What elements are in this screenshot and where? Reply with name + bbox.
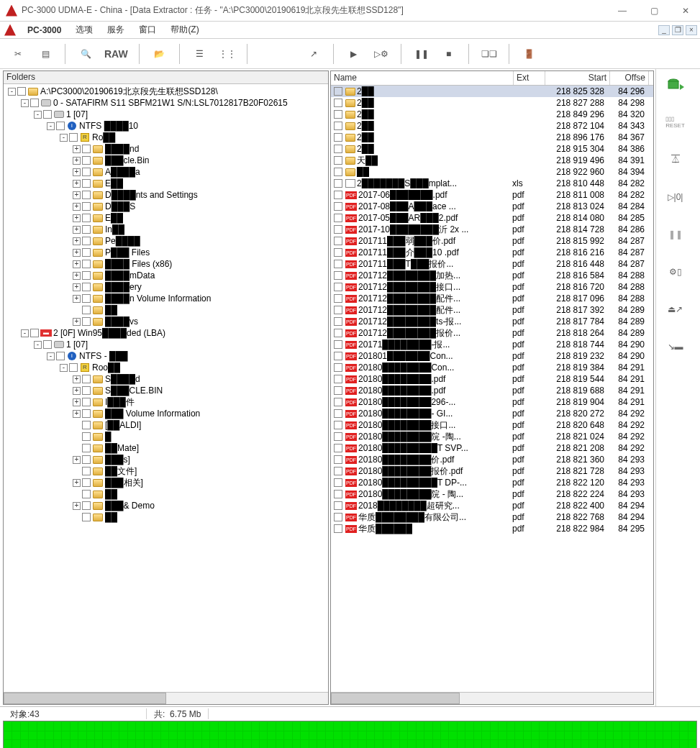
tree-checkbox[interactable] [82,306,91,314]
reset-icon[interactable]: ▯▯▯RESET [664,112,687,132]
exit-icon[interactable]: 🚪 [517,42,542,66]
file-checkbox[interactable] [334,283,342,291]
tree-checkbox[interactable] [17,87,26,96]
tree-row[interactable]: -1 [07] [5,339,327,350]
file-row[interactable]: PDF2017-05███AR███2.pdfpdf218 814 08084 … [331,212,653,224]
file-row[interactable]: PDF20180████████.pdfpdf218 819 68884 291 [331,385,653,396]
seek-icon[interactable]: ▷|0| [664,187,687,207]
tree-row[interactable]: █ [5,431,327,442]
file-row[interactable]: PDF201712████████ts-报...pdf218 817 78484… [331,316,653,327]
expand-toggle[interactable]: - [47,352,55,360]
file-row[interactable]: PDF201711███T███报价...pdf218 816 44884 28… [331,258,653,270]
tree-row[interactable]: -iNTFS ████10 [5,120,327,132]
tree-row[interactable]: +A████a [5,166,327,178]
file-checkbox[interactable] [334,156,342,165]
tree-row[interactable]: +In██ [5,224,327,235]
tree-checkbox[interactable] [82,455,91,464]
expand-toggle[interactable]: - [34,111,42,119]
tree-row[interactable]: +S███CLE.BIN [5,385,327,396]
tree-checkbox[interactable] [82,179,91,188]
tree-checkbox[interactable] [82,432,91,441]
file-row[interactable]: 2██218 872 10484 343 [331,120,653,132]
file-row[interactable]: PDF2018████████超研究...pdf218 822 40084 29… [331,500,653,511]
tree-row[interactable]: +S████d [5,373,327,385]
file-row[interactable]: PDF2017-10████████沂 2x ...pdf218 814 728… [331,224,653,235]
tree-icon[interactable]: ☰ [188,42,212,66]
file-row[interactable]: 2██218 915 30484 386 [331,143,653,155]
db-play-icon[interactable] [664,75,687,95]
expand-toggle[interactable]: + [73,237,81,245]
tree-checkbox[interactable] [82,271,91,280]
file-checkbox[interactable] [334,225,342,234]
tree-checkbox[interactable] [82,421,91,429]
file-row[interactable]: 2██218 825 32884 296 [331,86,653,97]
tree-checkbox[interactable] [82,260,91,268]
tree-row[interactable]: ██ [5,511,327,523]
minimize-button[interactable]: — [614,6,631,16]
expand-toggle[interactable]: + [73,260,81,268]
file-list[interactable]: 2██218 825 32884 2962██218 827 28884 298… [331,86,653,692]
tree-checkbox[interactable] [82,168,91,176]
map-grid[interactable] [3,721,697,748]
file-row[interactable]: PDF201801███████Con...pdf218 819 23284 2… [331,350,653,362]
file-row[interactable]: PDF20180█████████T SVP...pdf218 821 2088… [331,442,653,454]
file-row[interactable]: 天██218 919 49684 391 [331,155,653,166]
expand-toggle[interactable]: - [21,99,29,107]
file-row[interactable]: PDF201712████████配件...pdf218 817 39284 2… [331,304,653,316]
expand-toggle[interactable]: + [73,387,81,395]
file-checkbox[interactable] [334,340,342,349]
tree-row[interactable]: -RRoo██ [5,362,327,373]
file-checkbox[interactable] [334,317,342,326]
file-row[interactable]: PDF20180████████院 - 陶...pdf218 822 22484… [331,488,653,500]
raw-button[interactable]: RAW [101,42,132,66]
file-checkbox[interactable] [334,237,342,245]
file-row[interactable]: PDF20180████████院 -陶...pdf218 821 02484 … [331,431,653,442]
file-row[interactable]: PDF20180████████.pdfpdf218 819 54484 291 [331,373,653,385]
file-row[interactable]: PDF20180████████价.pdfpdf218 821 36084 29… [331,454,653,465]
open-folder-icon[interactable]: 📂 [147,42,172,66]
tree-row[interactable]: +P███ Files [5,247,327,258]
file-row[interactable]: PDF2017-08███A███ace ...pdf218 813 02484… [331,201,653,212]
expand-toggle[interactable]: - [34,341,42,349]
file-row[interactable]: 2██218 827 28884 298 [331,97,653,109]
folder-tree[interactable]: -A:\PC3000\20190619北京段先生联想SSD128\-0 - SA… [4,84,328,692]
tree-checkbox[interactable] [82,191,91,199]
tree-checkbox[interactable] [82,294,91,303]
file-row[interactable]: PDF20180████████Con...pdf218 819 38484 2… [331,362,653,373]
expand-toggle[interactable]: - [21,329,29,337]
file-checkbox[interactable] [334,421,342,429]
tree-row[interactable]: ██Mate] [5,442,327,454]
tree-checkbox[interactable] [82,156,91,165]
tree-checkbox[interactable] [82,501,91,510]
menu-window[interactable]: 窗口 [132,24,163,36]
file-checkbox[interactable] [334,352,342,360]
tree-checkbox[interactable] [82,375,91,383]
file-checkbox[interactable] [334,271,342,280]
expand-toggle[interactable]: + [73,157,81,165]
file-row[interactable]: 2██218 849 29684 320 [331,109,653,120]
file-row[interactable]: PDF20171████████-报...pdf218 818 74484 29… [331,339,653,350]
tree-row[interactable]: -A:\PC3000\20190619北京段先生联想SSD128\ [5,86,327,97]
tree-checkbox[interactable] [82,513,91,521]
settings-side-icon[interactable]: ⚙▯ [664,262,687,282]
col-name[interactable]: Name [331,71,514,85]
files-hscroll[interactable] [331,692,653,704]
tree-checkbox[interactable] [56,352,65,360]
expand-toggle[interactable]: + [73,375,81,383]
tree-checkbox[interactable] [82,478,91,487]
col-offse[interactable]: Offse [610,71,649,85]
tree-checkbox[interactable] [56,122,65,130]
tree-checkbox[interactable] [82,145,91,153]
flow-icon[interactable]: ⋮⋮ [215,42,240,66]
tree-row[interactable]: -iNTFS - ███ [5,350,327,362]
expand-toggle[interactable]: + [73,168,81,176]
file-row[interactable]: 2██218 896 17684 367 [331,132,653,143]
tree-checkbox[interactable] [82,283,91,291]
file-checkbox[interactable] [334,524,342,533]
file-checkbox[interactable] [334,87,342,96]
tree-row[interactable]: +████ Files (x86) [5,258,327,270]
file-row[interactable]: PDF201712████████接口...pdf218 816 72084 2… [331,281,653,293]
tree-row[interactable]: +████nd [5,143,327,155]
expand-toggle[interactable]: + [73,318,81,326]
anchor-icon[interactable]: ⏄ [664,150,687,170]
